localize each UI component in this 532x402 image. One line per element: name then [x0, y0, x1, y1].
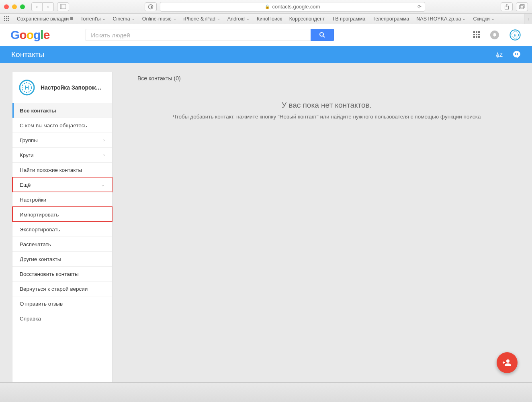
bookmark-saved[interactable]: Сохраненные вкладки — [17, 16, 73, 22]
tabs-button[interactable] — [516, 2, 528, 11]
bookmark-music[interactable]: Online-music ⌄ — [142, 16, 176, 22]
chevron-down-icon: ⌄ — [101, 182, 105, 188]
chevron-right-icon: › — [103, 152, 105, 158]
bookmark-tv2[interactable]: Телепрограмма — [372, 16, 409, 22]
bookmark-skidki[interactable]: Скидки ⌄ — [473, 16, 494, 22]
sort-az-button[interactable]: AZ — [495, 51, 504, 58]
chevron-right-icon: › — [103, 137, 105, 143]
bookmark-kinopoisk[interactable]: КиноПоиск — [257, 16, 282, 22]
forward-button[interactable]: › — [43, 2, 54, 11]
minimize-window[interactable] — [12, 4, 17, 9]
close-window[interactable] — [4, 4, 9, 9]
google-header: Google H — [0, 24, 532, 46]
svg-rect-6 — [520, 4, 524, 8]
chevron-down-icon: ⌄ — [102, 17, 106, 21]
sidebar-item-help[interactable]: Справка — [12, 311, 112, 326]
chevron-down-icon: ⌄ — [173, 17, 176, 21]
svg-rect-17 — [517, 53, 518, 55]
add-person-icon — [502, 358, 512, 367]
account-avatar[interactable]: H — [509, 29, 522, 41]
reload-icon[interactable]: ⟳ — [417, 4, 422, 10]
sidebar-item-frequent[interactable]: С кем вы часто общаетесь — [12, 118, 112, 133]
chevron-down-icon: ⌄ — [491, 17, 495, 21]
add-contact-fab[interactable] — [497, 352, 518, 373]
bookmark-korr[interactable]: Корреспондент — [289, 16, 325, 22]
bookmark-android[interactable]: Android ⌄ — [227, 16, 250, 22]
sidebar-item-import[interactable]: Импортировать — [12, 207, 112, 222]
window-bottom-edge — [0, 382, 532, 402]
url-text: contacts.google.com — [272, 4, 320, 10]
back-button[interactable]: ‹ — [31, 2, 43, 11]
search-input[interactable] — [86, 29, 311, 41]
chevron-down-icon: ⌄ — [132, 17, 135, 21]
contacts-count-heading: Все контакты (0) — [137, 75, 516, 82]
svg-text:Z: Z — [499, 52, 503, 58]
lock-icon: 🔒 — [265, 4, 270, 9]
sidebar-item-old-version[interactable]: Вернуться к старой версии — [12, 281, 112, 296]
svg-text:H: H — [25, 84, 29, 91]
bookmarks-bar: Сохраненные вкладки Torrent'ы ⌄ Cinema ⌄… — [0, 14, 532, 24]
search-icon — [319, 32, 325, 38]
chevron-down-icon: ⌄ — [462, 17, 466, 21]
notifications-icon[interactable] — [490, 31, 499, 39]
profile-block[interactable]: H Настройка Запорож… — [12, 72, 112, 103]
sidebar-item-export[interactable]: Экспортировать — [12, 222, 112, 237]
bookmark-nastroyka[interactable]: NASTROYKA.zp.ua ⌄ — [416, 16, 466, 22]
sidebar-toggle-button[interactable] — [57, 2, 69, 11]
share-button[interactable] — [501, 2, 513, 11]
google-apps-icon[interactable] — [473, 31, 481, 39]
empty-state-subtitle: Чтобы добавить контакт, нажмите кнопку "… — [137, 114, 516, 120]
sidebar-item-other-contacts[interactable]: Другие контакты — [12, 251, 112, 266]
profile-avatar-icon: H — [19, 80, 35, 96]
svg-point-7 — [320, 33, 323, 36]
bookmark-iphone[interactable]: iPhone & iPad ⌄ — [184, 16, 220, 22]
svg-text:H: H — [514, 33, 516, 37]
address-bar[interactable]: 🔒 contacts.google.com ⟳ — [160, 2, 425, 12]
sidebar-item-print[interactable]: Распечатать — [12, 237, 112, 251]
main-content: Все контакты (0) У вас пока нет контакто… — [113, 72, 532, 402]
sidebar-item-circles[interactable]: Круги› — [12, 147, 112, 162]
svg-rect-5 — [520, 6, 524, 9]
svg-point-21 — [506, 359, 509, 363]
browser-toolbar: ‹ › 🔒 contacts.google.com ⟳ — [0, 0, 532, 14]
svg-point-9 — [494, 37, 495, 37]
bookmark-tv1[interactable]: ТВ программа — [332, 16, 366, 22]
search-button[interactable] — [311, 29, 334, 41]
sidebar-item-similar[interactable]: Найти похожие контакты — [12, 162, 112, 177]
hangouts-button[interactable] — [513, 51, 521, 59]
chevron-down-icon: ⌄ — [217, 17, 220, 21]
profile-name: Настройка Запорож… — [41, 84, 105, 91]
sidebar-item-feedback[interactable]: Отправить отзыв — [12, 296, 112, 311]
bookmark-torrents[interactable]: Torrent'ы ⌄ — [80, 16, 105, 22]
bookmark-cinema[interactable]: Cinema ⌄ — [113, 16, 135, 22]
svg-line-8 — [323, 36, 325, 37]
google-logo[interactable]: Google — [10, 28, 49, 42]
maximize-window[interactable] — [20, 4, 25, 9]
reader-button[interactable] — [145, 2, 157, 11]
svg-rect-0 — [60, 4, 66, 9]
window-controls — [4, 4, 25, 9]
app-title: Контакты — [11, 50, 44, 59]
new-tab-button[interactable]: + — [524, 14, 532, 24]
sidebar-item-more[interactable]: Ещё⌄ — [12, 177, 112, 192]
sidebar-item-groups[interactable]: Группы› — [12, 133, 112, 147]
empty-state-title: У вас пока нет контактов. — [137, 101, 516, 110]
chevron-down-icon: ⌄ — [246, 17, 250, 21]
svg-rect-16 — [515, 53, 516, 55]
app-bar: Контакты AZ — [0, 46, 532, 63]
apps-icon[interactable] — [4, 16, 10, 22]
sidebar-item-all-contacts[interactable]: Все контакты — [12, 103, 112, 118]
sidebar-item-restore[interactable]: Восстановить контакты — [12, 266, 112, 281]
folder-icon — [70, 17, 73, 20]
sidebar-item-settings[interactable]: Настройки — [12, 192, 112, 207]
sidebar: H Настройка Запорож… Все контакты С кем … — [12, 72, 113, 402]
